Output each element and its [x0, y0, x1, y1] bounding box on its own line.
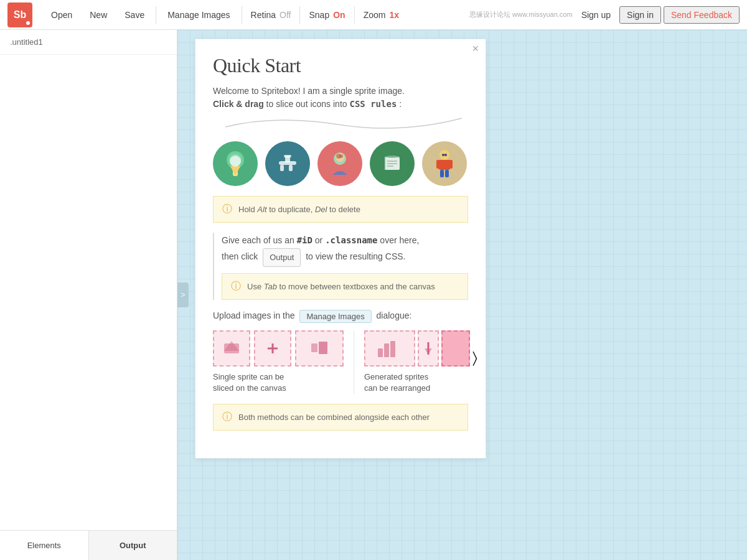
generated-sprite-area: 〉: [364, 330, 477, 366]
single-sprite-caption: Single sprite can be sliced on the canva…: [213, 371, 344, 394]
curve-svg: [213, 113, 474, 131]
icon-figure: [422, 141, 467, 186]
info-icon-3: ⓘ: [222, 411, 232, 424]
gen-sprite-2: [418, 330, 439, 366]
tip-combined: ⓘ Both methods can be combined alongside…: [213, 404, 468, 431]
open-button[interactable]: Open: [42, 0, 81, 30]
tip-duplicate-delete: ⓘ Hold Alt to duplicate, Del to delete: [213, 196, 468, 223]
upload-text: Upload images in the Manage Images dialo…: [213, 310, 468, 323]
signup-button[interactable]: Sign up: [575, 7, 617, 22]
icon-icecream: [213, 141, 258, 186]
file-name: .untitled1: [0, 30, 177, 55]
output-tab[interactable]: Output: [89, 531, 177, 560]
svg-rect-32: [319, 342, 327, 354]
elements-tab[interactable]: Elements: [0, 531, 89, 560]
quickstart-intro: Welcome to Spritebox! I am a single spri…: [213, 85, 468, 111]
sprite-box-1: [213, 330, 250, 366]
output-button-ref: Output: [263, 248, 301, 266]
svg-rect-33: [378, 348, 383, 357]
zoom-level: 1x: [389, 10, 399, 20]
svg-rect-20: [439, 160, 450, 170]
sprite-box-2: [254, 330, 291, 366]
sprite-box-3: [295, 330, 344, 366]
sidebar-tabs: Elements Output: [0, 530, 177, 560]
watermark-text: 思缘设计论坛 www.missyuan.com: [469, 10, 573, 19]
svg-rect-24: [445, 170, 449, 177]
svg-rect-34: [384, 343, 389, 357]
quickstart-title: Quick Start: [213, 54, 468, 77]
retina-off-label: Off: [280, 10, 291, 20]
sprites-demo-row: Single sprite can be sliced on the canva…: [213, 330, 468, 394]
svg-point-26: [444, 154, 447, 156]
gen-sprite-1: [364, 330, 415, 366]
info-icon-2: ⓘ: [231, 280, 241, 293]
quick-start-panel: ✕ Quick Start Welcome to Spritebox! I am…: [195, 39, 486, 459]
manage-images-ref: Manage Images: [299, 310, 371, 323]
single-sprite-col: Single sprite can be sliced on the canva…: [213, 330, 344, 394]
cursor-icon: 〉: [472, 349, 477, 366]
manage-images-button[interactable]: Manage Images: [159, 0, 238, 30]
svg-rect-15: [385, 157, 386, 170]
icons-row: [213, 141, 468, 186]
retina-label: Retina: [251, 10, 276, 20]
svg-rect-8: [289, 165, 293, 171]
signin-button[interactable]: Sign in: [619, 6, 661, 24]
sprite-divider: [354, 330, 354, 394]
snap-on-label: On: [333, 10, 345, 20]
logo-dot: [26, 21, 30, 25]
app-logo: Sb: [7, 2, 32, 27]
info-icon: ⓘ: [222, 203, 232, 216]
output-text: Give each of us an #iD or .classname ove…: [222, 233, 468, 267]
icon-person: [317, 141, 362, 186]
icon-faucet: [265, 141, 310, 186]
svg-point-25: [442, 154, 444, 156]
snap-toggle[interactable]: Snap On: [303, 0, 351, 30]
svg-rect-23: [440, 170, 444, 177]
icon-book: [370, 141, 415, 186]
svg-rect-35: [390, 341, 395, 357]
svg-rect-21: [436, 160, 440, 169]
svg-point-4: [230, 156, 241, 167]
snap-label: Snap: [309, 10, 329, 20]
new-button[interactable]: New: [81, 0, 116, 30]
svg-rect-7: [280, 165, 284, 171]
svg-rect-22: [449, 160, 453, 169]
svg-marker-3: [230, 166, 240, 176]
svg-point-13: [339, 154, 343, 158]
sidebar: .untitled1 Elements Output: [0, 30, 177, 560]
zoom-control[interactable]: Zoom 1x: [357, 0, 405, 30]
gen-sprite-3-highlighted: [441, 330, 470, 366]
svg-rect-9: [284, 155, 291, 157]
nav-divider: [354, 6, 355, 24]
close-quickstart-button[interactable]: ✕: [472, 44, 479, 53]
collapse-sidebar-button[interactable]: >: [177, 282, 189, 307]
svg-marker-37: [425, 348, 432, 355]
sidebar-content-area: [0, 55, 177, 530]
nav-divider: [299, 6, 300, 24]
zoom-label: Zoom: [364, 10, 386, 20]
retina-toggle[interactable]: Retina Off: [245, 0, 298, 30]
generated-sprite-caption: Generated sprites can be rearranged: [364, 371, 477, 394]
nav-divider: [242, 6, 242, 24]
main-layout: .untitled1 Elements Output > ✕ Quick Sta…: [0, 30, 747, 560]
save-button[interactable]: Save: [116, 0, 153, 30]
generated-sprite-col: 〉 Generated sprites can be rearranged: [364, 330, 477, 394]
nav-divider: [156, 6, 156, 24]
curve-decoration: [213, 113, 468, 133]
feedback-button[interactable]: Send Feedback: [664, 6, 740, 24]
svg-rect-31: [311, 343, 317, 352]
canvas-area[interactable]: > ✕ Quick Start Welcome to Spritebox! I …: [177, 30, 747, 560]
single-sprite-area: [213, 330, 344, 366]
output-section: Give each of us an #iD or .classname ove…: [213, 233, 468, 300]
top-navigation: Sb Open New Save Manage Images Retina Of…: [0, 0, 747, 30]
tip-tab-key: ⓘ Use Tab to move between textboxes and …: [222, 273, 468, 300]
nav-right-section: 思缘设计论坛 www.missyuan.com Sign up Sign in …: [464, 6, 740, 24]
quickstart-content: Quick Start Welcome to Spritebox! I am a…: [195, 39, 486, 458]
